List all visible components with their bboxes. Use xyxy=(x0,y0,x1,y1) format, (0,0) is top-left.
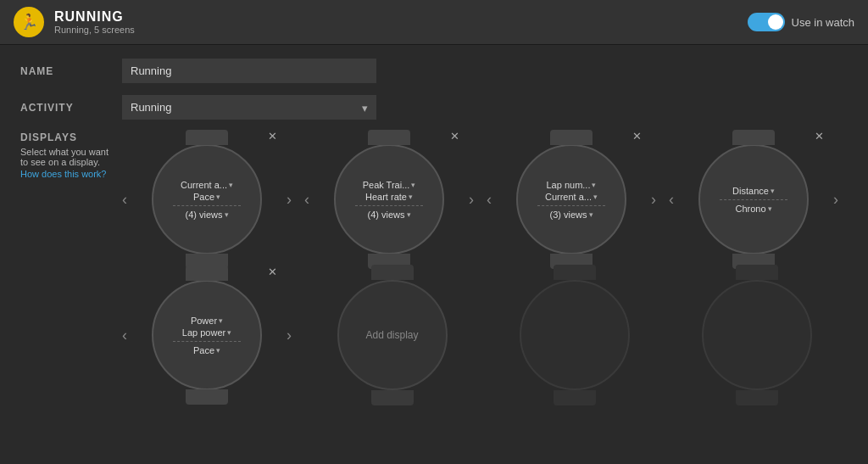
watch-field-3-3[interactable]: (3) views ▾ xyxy=(549,210,593,220)
watch-field-1-1[interactable]: Current a... ▾ xyxy=(181,180,233,190)
strap-top-e1 xyxy=(554,265,596,280)
watches-area: ✕ ‹ Current a... ▾ xyxy=(119,131,848,403)
displays-subtitle: Select what you want to see on a display… xyxy=(20,147,119,167)
strap-bottom-e1 xyxy=(554,390,596,405)
watch-slot-1: ✕ ‹ Current a... ▾ xyxy=(119,131,301,267)
displays-section: DISPLAYS Select what you want to see on … xyxy=(20,131,848,403)
close-button-5[interactable]: ✕ xyxy=(268,266,277,278)
watch-field-1-3[interactable]: (4) views ▾ xyxy=(185,210,228,220)
watch-data-2: Peak Trai... ▾ Heart rate ▾ xyxy=(355,180,423,220)
prev-arrow-5[interactable]: ‹ xyxy=(119,327,131,344)
watch-container-3: Lap num... ▾ Current a... ▾ xyxy=(495,136,648,263)
page-subtitle: Running, 5 screens xyxy=(54,25,135,35)
watch-field-5-3[interactable]: Pace ▾ xyxy=(193,345,220,355)
chevron-down-icon: ▾ xyxy=(216,193,220,201)
strap-top-add xyxy=(371,265,414,280)
prev-arrow-3[interactable]: ‹ xyxy=(483,191,495,209)
name-label: NAME xyxy=(20,65,122,77)
watch-data-1: Current a... ▾ Pace ▾ (4) xyxy=(173,180,241,220)
strap-bottom-add xyxy=(371,390,414,405)
name-row: NAME xyxy=(20,59,848,83)
watch-body-4: Distance ▾ Chrono ▾ xyxy=(698,144,809,254)
watch-body-3: Lap num... ▾ Current a... ▾ xyxy=(516,144,626,254)
name-input[interactable] xyxy=(122,59,376,83)
next-arrow-4[interactable]: › xyxy=(830,191,842,209)
displays-left: DISPLAYS Select what you want to see on … xyxy=(20,131,119,403)
watch-container-2: Peak Trai... ▾ Heart rate ▾ xyxy=(313,136,465,263)
watch-body-2: Peak Trai... ▾ Heart rate ▾ xyxy=(334,144,444,254)
close-button-4[interactable]: ✕ xyxy=(815,130,824,143)
main-content: NAME ACTIVITY Running DISPLAYS Select wh… xyxy=(0,45,868,416)
next-arrow-2[interactable]: › xyxy=(465,191,477,209)
chevron-down-icon: ▾ xyxy=(225,210,229,219)
activity-select-wrapper: Running xyxy=(122,95,376,120)
activity-label: ACTIVITY xyxy=(20,102,122,114)
watch-body-5: Power ▾ Lap power ▾ Pace xyxy=(152,280,262,390)
header-left: 🏃 RUNNING Running, 5 screens xyxy=(14,7,135,37)
watch-field-5-1[interactable]: Power ▾ xyxy=(191,316,223,326)
close-button-2[interactable]: ✕ xyxy=(450,130,459,143)
displays-link[interactable]: How does this work? xyxy=(20,169,119,179)
watch-field-label-2-2: Heart rate xyxy=(365,192,407,202)
chevron-down-icon: ▾ xyxy=(229,181,233,189)
watch-field-3-2[interactable]: Current a... ▾ xyxy=(545,192,598,202)
next-arrow-5[interactable]: › xyxy=(283,327,295,344)
header: 🏃 RUNNING Running, 5 screens Use in watc… xyxy=(0,0,868,45)
watch-field-label-4-1: Distance xyxy=(732,186,769,196)
watch-field-2-1[interactable]: Peak Trai... ▾ xyxy=(363,180,416,190)
watch-body-1: Current a... ▾ Pace ▾ (4) xyxy=(152,144,262,254)
close-button-1[interactable]: ✕ xyxy=(268,130,277,143)
watch-field-4-1[interactable]: Distance ▾ xyxy=(732,186,775,196)
strap-top-5 xyxy=(186,266,228,281)
watches-row-1: ✕ ‹ Current a... ▾ xyxy=(119,131,848,267)
chevron-down-icon: ▾ xyxy=(227,328,231,337)
prev-arrow-2[interactable]: ‹ xyxy=(301,191,313,209)
watch-field-label-3-3: (3) views xyxy=(549,210,587,220)
chevron-down-icon: ▾ xyxy=(407,210,411,219)
watch-field-label-1-2: Pace xyxy=(193,192,214,202)
close-button-3[interactable]: ✕ xyxy=(632,130,642,143)
watch-field-label-1-1: Current a... xyxy=(181,180,227,190)
use-in-watch-toggle[interactable]: Use in watch xyxy=(748,13,854,31)
watch-field-3-1[interactable]: Lap num... ▾ xyxy=(547,180,597,190)
prev-arrow-1[interactable]: ‹ xyxy=(119,191,131,209)
chevron-down-icon: ▾ xyxy=(592,181,596,189)
watch-field-2-2[interactable]: Heart rate ▾ xyxy=(365,192,413,202)
activity-select[interactable]: Running xyxy=(122,95,376,120)
chevron-down-icon: ▾ xyxy=(768,204,772,213)
watch-field-label-3-1: Lap num... xyxy=(547,180,591,190)
empty-watch-body-2 xyxy=(702,280,812,390)
chevron-down-icon: ▾ xyxy=(411,181,415,189)
watch-field-4-2[interactable]: Chrono ▾ xyxy=(735,204,771,214)
watch-field-5-2[interactable]: Lap power ▾ xyxy=(182,327,231,338)
strap-top-3 xyxy=(550,130,593,145)
next-arrow-1[interactable]: › xyxy=(283,191,295,209)
prev-arrow-4[interactable]: ‹ xyxy=(665,191,677,209)
strap-top-1 xyxy=(186,130,228,145)
chevron-down-icon: ▾ xyxy=(216,346,220,355)
watch-field-label-4-2: Chrono xyxy=(735,204,765,214)
activity-row: ACTIVITY Running xyxy=(20,95,848,120)
watch-data-3: Lap num... ▾ Current a... ▾ xyxy=(537,180,605,220)
watch-field-2-3[interactable]: (4) views ▾ xyxy=(367,210,410,220)
next-arrow-3[interactable]: › xyxy=(648,191,659,209)
watch-data-5: Power ▾ Lap power ▾ Pace xyxy=(173,316,241,355)
toggle-label: Use in watch xyxy=(792,16,854,29)
toggle-switch[interactable] xyxy=(748,13,785,31)
watch-data-4: Distance ▾ Chrono ▾ xyxy=(720,186,787,214)
strap-top-e2 xyxy=(736,265,778,280)
watch-field-label-2-3: (4) views xyxy=(367,210,404,220)
watch-divider-4 xyxy=(720,199,787,200)
watch-divider-2 xyxy=(355,205,423,206)
watch-field-label-3-2: Current a... xyxy=(545,192,592,202)
chevron-down-icon: ▾ xyxy=(589,210,593,219)
watch-slot-3: ✕ ‹ Lap num... ▾ xyxy=(483,131,665,267)
chevron-down-icon: ▾ xyxy=(593,193,598,201)
watch-slot-5: ✕ ‹ Power ▾ xyxy=(119,267,301,403)
empty-watch-body-1 xyxy=(520,280,630,390)
chevron-down-icon: ▾ xyxy=(771,187,775,195)
add-display-button[interactable]: Add display xyxy=(337,280,448,390)
watch-divider-5 xyxy=(173,341,241,342)
watch-field-1-2[interactable]: Pace ▾ xyxy=(193,192,220,202)
chevron-down-icon: ▾ xyxy=(409,193,413,201)
